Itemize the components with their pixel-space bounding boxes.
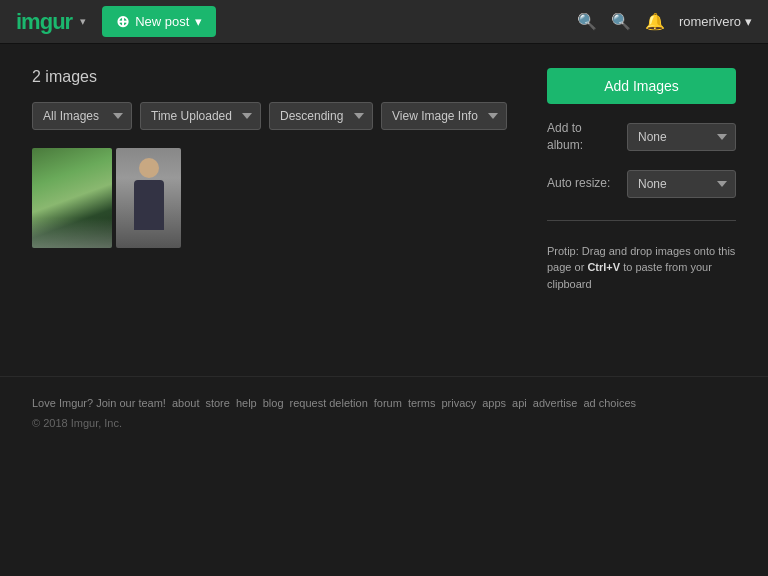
- new-post-button[interactable]: ⊕ New post ▾: [102, 6, 216, 37]
- footer-api-link[interactable]: api: [512, 397, 527, 409]
- header-right: 🔍 🔍 🔔 romerivero ▾: [577, 12, 752, 31]
- add-images-button[interactable]: Add Images: [547, 68, 736, 104]
- sort-filter[interactable]: Time Uploaded: [140, 102, 261, 130]
- auto-resize-row: Auto resize: None: [547, 170, 736, 198]
- footer-store-link[interactable]: store: [205, 397, 229, 409]
- protip-text: Protip: Drag and drop images onto this p…: [547, 243, 736, 293]
- filter-row: All Images Time Uploaded Descending View…: [32, 102, 507, 130]
- logo-text2: ur: [52, 9, 72, 35]
- images-grid: [32, 148, 507, 248]
- add-to-album-label: Add toalbum:: [547, 120, 617, 154]
- plus-icon: ⊕: [116, 12, 129, 31]
- footer-links: Love Imgur? Join our team! about store h…: [32, 397, 736, 409]
- footer-adchoices-link[interactable]: ad choices: [583, 397, 636, 409]
- new-post-label: New post: [135, 14, 189, 29]
- user-chevron-icon: ▾: [745, 14, 752, 29]
- image-thumbnail[interactable]: [116, 148, 181, 248]
- search-icon[interactable]: 🔍: [577, 12, 597, 31]
- footer-love-link[interactable]: Love Imgur? Join our team!: [32, 397, 166, 409]
- notification-icon[interactable]: 🔔: [645, 12, 665, 31]
- user-menu[interactable]: romerivero ▾: [679, 14, 752, 29]
- footer-terms-link[interactable]: terms: [408, 397, 436, 409]
- left-panel: 2 images All Images Time Uploaded Descen…: [32, 68, 507, 292]
- right-panel: Add Images Add toalbum: None Auto resize…: [547, 68, 736, 292]
- new-post-chevron-icon: ▾: [195, 14, 202, 29]
- divider: [547, 220, 736, 221]
- auto-resize-label: Auto resize:: [547, 175, 617, 192]
- order-filter[interactable]: Descending: [269, 102, 373, 130]
- image-type-filter[interactable]: All Images: [32, 102, 132, 130]
- main-content: 2 images All Images Time Uploaded Descen…: [0, 44, 768, 316]
- footer: Love Imgur? Join our team! about store h…: [0, 376, 768, 439]
- images-count: 2 images: [32, 68, 507, 86]
- footer-help-link[interactable]: help: [236, 397, 257, 409]
- footer-copyright: © 2018 Imgur, Inc.: [32, 417, 736, 429]
- footer-advertise-link[interactable]: advertise: [533, 397, 578, 409]
- image-thumbnail[interactable]: [32, 148, 112, 248]
- app-header: imgur ▾ ⊕ New post ▾ 🔍 🔍 🔔 romerivero ▾: [0, 0, 768, 44]
- footer-privacy-link[interactable]: privacy: [441, 397, 476, 409]
- protip-bold: Ctrl+V: [587, 261, 620, 273]
- image-search-icon[interactable]: 🔍: [611, 12, 631, 31]
- auto-resize-group: Auto resize: None: [547, 170, 736, 198]
- logo[interactable]: imgur: [16, 9, 72, 35]
- logo-chevron-icon[interactable]: ▾: [80, 15, 86, 28]
- logo-accent: g: [40, 9, 52, 35]
- logo-text: im: [16, 9, 40, 35]
- add-to-album-group: Add toalbum: None: [547, 120, 736, 154]
- footer-apps-link[interactable]: apps: [482, 397, 506, 409]
- add-to-album-select[interactable]: None: [627, 123, 736, 151]
- username-label: romerivero: [679, 14, 741, 29]
- add-to-album-row: Add toalbum: None: [547, 120, 736, 154]
- auto-resize-select[interactable]: None: [627, 170, 736, 198]
- footer-blog-link[interactable]: blog: [263, 397, 284, 409]
- footer-deletion-link[interactable]: request deletion: [290, 397, 368, 409]
- view-filter[interactable]: View Image Info: [381, 102, 507, 130]
- footer-forum-link[interactable]: forum: [374, 397, 402, 409]
- footer-about-link[interactable]: about: [172, 397, 200, 409]
